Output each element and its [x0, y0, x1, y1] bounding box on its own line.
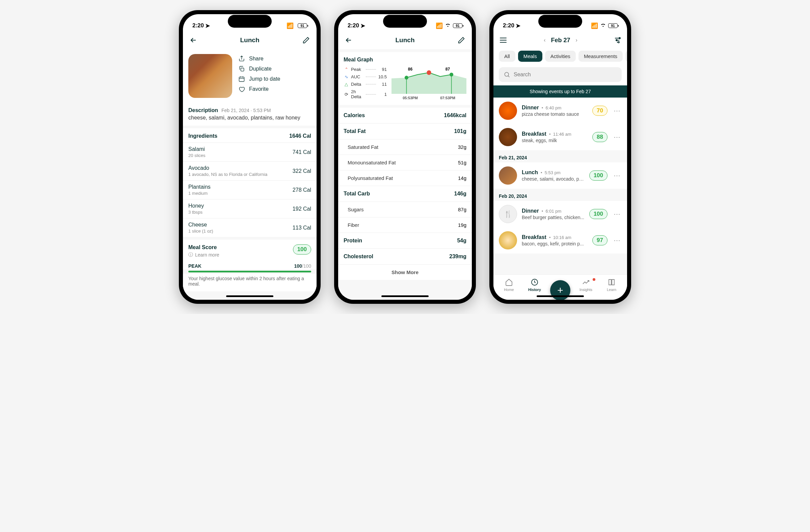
show-more-button[interactable]: Show More — [338, 264, 472, 280]
favorite-action[interactable]: Favorite — [238, 86, 280, 93]
notification-dot — [593, 278, 595, 281]
clock: 2:20 — [347, 22, 359, 29]
ingredient-row[interactable]: Honey3 tbsps192 Cal — [183, 199, 317, 218]
meal-score-badge: 70 — [592, 106, 608, 116]
meal-list-item[interactable]: Breakfast• 11:46 amsteak, eggs, milk 88 … — [493, 124, 627, 150]
date-display[interactable]: Feb 27 — [551, 37, 570, 44]
menu-icon[interactable] — [499, 36, 507, 45]
page-title: Lunch — [354, 36, 456, 44]
meal-thumbnail — [499, 128, 517, 146]
nutrition-row: Monounsaturated Fat51g — [338, 155, 472, 170]
peak-bar — [188, 271, 311, 272]
nutrition-row: Polyunsaturated Fat14g — [338, 170, 472, 186]
duplicate-action[interactable]: Duplicate — [238, 65, 280, 72]
meal-list-item[interactable]: Dinner• 6:40 pmpizza cheese tomato sauce… — [493, 98, 627, 124]
peak-label: PEAK — [188, 263, 201, 269]
meal-graph-title: Meal Graph — [344, 57, 466, 63]
tab-home[interactable]: Home — [496, 278, 522, 292]
more-options-icon[interactable]: ⋯ — [612, 172, 622, 180]
phone-frame-3: 2:20➤ 📶91 ‹ Feb 27 › AllMealsActivitiesM… — [489, 10, 631, 304]
meal-thumbnail: 🍴 — [499, 205, 517, 223]
peak-hint: Your highest glucose value within 2 hour… — [183, 274, 317, 291]
meal-score-badge: 100 — [293, 244, 311, 255]
graph-metric-row: △Delta11 — [344, 82, 387, 87]
tab-all[interactable]: All — [499, 51, 515, 62]
more-options-icon[interactable]: ⋯ — [612, 210, 622, 218]
filter-icon[interactable] — [614, 36, 622, 44]
back-button[interactable] — [188, 35, 198, 45]
tab-insights[interactable]: Insights — [573, 278, 599, 292]
dynamic-island — [383, 15, 427, 28]
ingredient-row[interactable]: Cheese1 slice (1 oz)113 Cal — [183, 218, 317, 237]
jump-to-date-action[interactable]: Jump to date — [238, 76, 280, 82]
tab-measurements[interactable]: Measurements — [579, 51, 623, 62]
phone-frame-1: 2:20➤ 📶 91 Lunch Share Duplicate Jump to… — [179, 10, 321, 304]
prev-date-button[interactable]: ‹ — [544, 37, 546, 43]
tab-learn[interactable]: Learn — [599, 278, 625, 292]
search-input[interactable] — [514, 71, 617, 78]
more-options-icon[interactable]: ⋯ — [612, 133, 622, 141]
learn-more-link[interactable]: ⓘLearn more — [188, 252, 220, 258]
description-label: Description — [188, 107, 218, 113]
peak-value: 100 — [294, 263, 302, 269]
meal-thumbnail — [499, 166, 517, 184]
home-indicator[interactable] — [537, 295, 584, 297]
edit-button[interactable] — [456, 35, 466, 45]
location-icon: ➤ — [360, 22, 365, 29]
page-title: Lunch — [198, 36, 301, 44]
search-icon — [504, 71, 510, 78]
meal-list-item[interactable]: 🍴 Dinner• 6:01 pmBeef burger patties, ch… — [493, 201, 627, 227]
description-timestamp: Feb 21, 2024 · 5:53 PM — [222, 108, 271, 113]
meal-photo[interactable] — [188, 54, 232, 98]
meal-list-item[interactable]: Lunch• 5:53 pmcheese, salami, avocado, p… — [493, 162, 627, 189]
description-text: cheese, salami, avocado, plantains, raw … — [188, 115, 311, 121]
location-icon: ➤ — [205, 22, 210, 29]
glucose-chart[interactable]: 8687 05:53PM07:53PM — [391, 67, 466, 102]
nutrition-row: Calories1646kcal — [338, 108, 472, 123]
nutrition-row: Fiber19g — [338, 217, 472, 232]
clock: 2:20 — [192, 22, 204, 29]
meal-score-badge: 97 — [592, 235, 608, 245]
date-separator: Feb 20, 2024 — [493, 189, 627, 201]
date-separator: Feb 21, 2024 — [493, 150, 627, 162]
meal-list-item[interactable]: Breakfast• 10:16 ambacon, eggs, kefir, p… — [493, 227, 627, 254]
phone-frame-2: 2:20➤ 📶91 Lunch Meal Graph ⌃Peak91∿AUC10… — [334, 10, 476, 304]
more-options-icon[interactable]: ⋯ — [612, 236, 622, 244]
edit-button[interactable] — [301, 35, 311, 45]
home-indicator[interactable] — [382, 295, 428, 297]
chart-time-end: 07:53PM — [440, 96, 455, 100]
nutrition-row: Sugars87g — [338, 201, 472, 217]
signal-icon: 📶 — [287, 22, 294, 29]
battery-icon: 91 — [298, 23, 307, 28]
tab-jou[interactable]: Jou — [626, 51, 627, 62]
more-options-icon[interactable]: ⋯ — [612, 107, 622, 115]
meal-score-label: Meal Score — [188, 244, 220, 251]
nutrition-row: Total Fat101g — [338, 123, 472, 139]
meal-thumbnail — [499, 231, 517, 249]
location-icon: ➤ — [516, 22, 520, 29]
ingredient-row[interactable]: Plantains1 medium278 Cal — [183, 180, 317, 199]
nutrition-row: Cholesterol239mg — [338, 248, 472, 264]
graph-metric-row: ⌃Peak91 — [344, 67, 387, 72]
ingredient-row[interactable]: Salami20 slices741 Cal — [183, 143, 317, 161]
dynamic-island — [538, 15, 582, 28]
total-cal: 1646 Cal — [289, 133, 311, 139]
next-date-button[interactable]: › — [576, 37, 578, 43]
tab-history[interactable]: History — [522, 278, 547, 292]
nutrition-row: Total Carb146g — [338, 186, 472, 201]
svg-point-4 — [405, 76, 408, 79]
back-button[interactable] — [344, 35, 354, 45]
share-action[interactable]: Share — [238, 55, 280, 62]
chart-val-start: 86 — [408, 67, 412, 71]
tab-meals[interactable]: Meals — [518, 51, 542, 62]
svg-point-9 — [618, 42, 619, 43]
wifi-icon — [445, 22, 451, 29]
graph-metric-row: ∿AUC10.5 — [344, 74, 387, 79]
svg-point-6 — [450, 72, 453, 76]
home-indicator[interactable] — [226, 295, 273, 297]
search-box[interactable] — [499, 67, 622, 82]
nav-bar: Lunch — [338, 32, 472, 49]
tab-activities[interactable]: Activities — [545, 51, 576, 62]
ingredient-row[interactable]: Avocado1 avocado, NS as to Florida or Ca… — [183, 161, 317, 180]
meal-score-badge: 100 — [589, 209, 608, 219]
